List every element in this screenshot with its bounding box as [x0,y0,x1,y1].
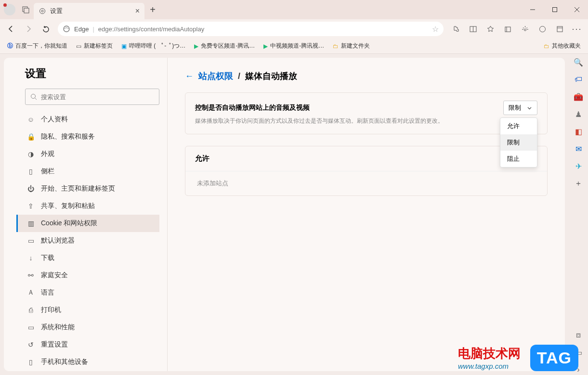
window-close-button[interactable] [566,0,588,19]
window-maximize-button[interactable] [544,0,566,19]
address-engine: Edge [74,26,89,33]
gear-icon [39,7,46,15]
browser-essentials-icon[interactable] [534,21,550,37]
breadcrumb-back-icon[interactable]: ← [185,71,194,81]
nav-cookies[interactable]: ▥Cookie 和网站权限 [16,215,159,232]
nav-share[interactable]: ⇪共享、复制和粘贴 [16,197,159,215]
favorites-icon[interactable] [482,21,498,37]
bookmark-item[interactable]: ▭新建标签页 [73,40,116,52]
settings-nav: ☺个人资料 🔒隐私、搜索和服务 ◑外观 ▯侧栏 ⏻开始、主页和新建标签页 ⇪共享… [16,111,159,371]
svg-point-2 [40,9,45,14]
breadcrumb-sep: / [238,71,240,81]
extensions-icon[interactable] [447,21,464,37]
nav-downloads[interactable]: ↓下载 [16,249,159,267]
browser-tab-settings[interactable]: 设置 × [34,3,144,19]
svg-point-8 [64,26,69,32]
dropdown-selected: 限制 [509,103,521,112]
bookmark-item[interactable]: ⓑ百度一下，你就知道 [4,40,71,52]
phone-icon: ▯ [26,358,35,366]
new-tab-button[interactable]: + [144,4,161,15]
svg-rect-15 [557,26,562,32]
nav-system[interactable]: ▭系统和性能 [16,319,159,336]
bookmark-folder[interactable]: 🗀新建文件夹 [329,40,373,52]
shopping-rail-icon[interactable]: 🏷 [573,74,584,85]
window-titlebar: 设置 × + [0,0,588,19]
nav-appearance[interactable]: ◑外观 [16,145,159,163]
tools-rail-icon[interactable]: 🧰 [573,91,584,102]
svg-rect-1 [24,8,29,13]
menu-button[interactable]: ··· [569,21,585,37]
edge-logo-icon [63,25,70,33]
settings-sidebar: 设置 ☺个人资料 🔒隐私、搜索和服务 ◑外观 ▯侧栏 ⏻开始、主页和新建标签页 … [4,58,168,371]
window-minimize-button[interactable] [522,0,544,19]
nav-reset[interactable]: ↺重置设置 [16,336,159,353]
nav-default-browser[interactable]: ▭默认浏览器 [16,232,159,249]
refresh-button[interactable] [38,21,54,37]
reset-icon: ↺ [26,341,35,349]
option-allow[interactable]: 允许 [500,118,537,134]
nav-printers[interactable]: ⎙打印机 [16,301,159,319]
capture-rail-icon[interactable]: ⧈ [573,330,584,340]
app-icon[interactable] [551,21,568,37]
profile-icon: ☺ [26,116,35,123]
nav-languages[interactable]: Ａ语言 [16,284,159,301]
page-icon: ▭ [76,43,81,50]
folder-icon: 🗀 [333,43,339,50]
nav-start[interactable]: ⏻开始、主页和新建标签页 [16,180,159,197]
nav-family[interactable]: ⚯家庭安全 [16,267,159,284]
control-title: 控制是否自动播放网站上的音频及视频 [195,103,310,112]
games-rail-icon[interactable]: ♟ [573,109,584,119]
allow-sites-empty: 未添加站点 [185,171,547,195]
download-icon: ↓ [26,254,35,262]
autoplay-dropdown[interactable]: 限制 允许 限制 阻止 [503,101,537,115]
other-bookmarks[interactable]: 🗀其他收藏夹 [540,40,584,52]
profile-avatar[interactable] [4,4,15,15]
autoplay-control-card: 控制是否自动播放网站上的音频及视频 限制 允许 限制 阻止 媒体播放取决于你访问… [185,92,548,134]
search-rail-icon[interactable]: 🔍 [573,57,584,67]
cookie-icon: ▥ [26,220,35,227]
video-icon: ▶ [194,43,198,50]
edge-sidebar: 🔍 🏷 🧰 ♟ ◧ ✉ ✈ ＋ ⧈ ▭ › [569,54,588,375]
printer-icon: ⎙ [26,306,35,314]
bookmark-item[interactable]: ▶中视频频道-腾讯视… [260,40,327,52]
option-block[interactable]: 阻止 [500,151,537,167]
option-limit[interactable]: 限制 [500,134,537,151]
nav-accessibility[interactable]: ✦辅助功能 [16,371,159,371]
bookmark-item[interactable]: ▣哔哩哔哩 ( ﾟ- ﾟ)つ… [118,40,189,52]
nav-phone[interactable]: ▯手机和其他设备 [16,353,159,371]
split-screen-icon[interactable] [465,21,481,37]
watermark-url: www.tagxp.com [458,362,521,370]
address-bar[interactable]: Edge | edge://settings/content/mediaAuto… [58,22,444,36]
nav-privacy[interactable]: 🔒隐私、搜索和服务 [16,128,159,145]
home-icon: ⏻ [26,185,35,193]
breadcrumb-current: 媒体自动播放 [245,70,297,82]
back-button[interactable] [3,21,19,37]
nav-profile[interactable]: ☺个人资料 [16,111,159,128]
search-icon [30,93,37,100]
allow-sites-title: 允许 [185,146,547,171]
svg-point-13 [524,29,526,31]
outlook-rail-icon[interactable]: ✉ [573,143,584,154]
settings-heading: 设置 [25,66,159,81]
svg-point-17 [31,94,36,99]
settings-main: ← 站点权限 / 媒体自动播放 控制是否自动播放网站上的音频及视频 限制 允许 [168,58,565,371]
add-rail-icon[interactable]: ＋ [573,178,584,189]
bookmark-item[interactable]: ▶免费专区频道-腾讯… [191,40,258,52]
settings-search-input[interactable] [41,93,154,101]
nav-sidebar[interactable]: ▯侧栏 [16,163,159,180]
breadcrumb-link[interactable]: 站点权限 [198,70,233,82]
close-tab-icon[interactable]: × [135,7,140,15]
dropdown-menu: 允许 限制 阻止 [500,117,537,168]
watermark-tag: TAG [530,345,578,371]
collections-icon[interactable] [499,21,516,37]
favorite-star-icon[interactable]: ☆ [432,25,439,34]
family-icon: ⚯ [26,272,35,279]
tab-actions-icon[interactable] [18,6,34,13]
settings-search[interactable] [25,89,159,105]
send-rail-icon[interactable]: ✈ [573,161,584,171]
performance-icon[interactable] [517,21,533,37]
office-rail-icon[interactable]: ◧ [573,126,584,137]
bilibili-icon: ▣ [121,43,127,50]
control-desc: 媒体播放取决于你访问页面的方式以及你过去是否与媒体互动。刷新页面以查看对此设置的… [185,117,547,134]
allow-sites-card: 允许 未添加站点 [185,146,548,196]
